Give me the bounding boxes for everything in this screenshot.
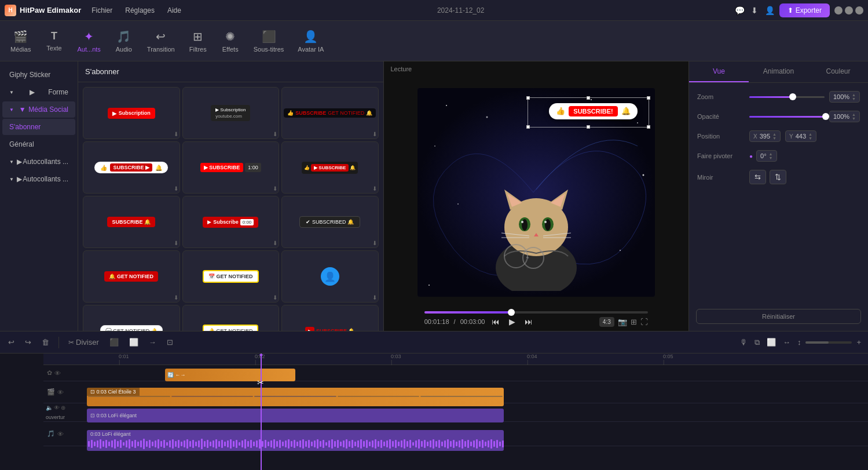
sticker-6-dl[interactable]: ⬇ [372,185,377,192]
sticker-13[interactable]: 💬 GET NOTIFIED 🔔 ⬇ [83,305,180,331]
tl-icon5[interactable]: ↕ [795,336,804,349]
tool-medias[interactable]: 🎬 Médias [5,26,36,56]
user-icon[interactable]: 👤 [764,5,775,16]
tl-icon2[interactable]: ⧉ [752,336,762,349]
sticker-8-dl[interactable]: ⬇ [273,240,277,246]
sticker-1-dl[interactable]: ⬇ [174,131,178,137]
sticker-5[interactable]: ▶ SUBSCRIBE1:00 ⬇ [182,141,280,194]
sticker-9[interactable]: ✔ SUBSCRIBED 🔔 ⬇ [281,196,379,248]
panel-general[interactable]: Général [2,136,75,152]
x-up[interactable]: ▲ [772,132,777,136]
panel-autocollants2[interactable]: ▶ Autocollants ... [2,171,75,187]
minimize-button[interactable]: — [834,6,843,14]
sticker-3-dl[interactable]: ⬇ [372,131,377,137]
forward-button[interactable]: → [145,336,160,349]
fullscreen-button[interactable]: ⛶ [640,318,648,326]
sticker-7[interactable]: SUBSCRIBE 🔔 ⬇ [83,196,180,248]
menu-aide[interactable]: Aide [162,4,187,17]
aspect-ratio-button[interactable]: 4:3 [599,317,614,327]
tool-soustitres[interactable]: ⬛ Sous-titres [248,26,290,56]
sticker-3[interactable]: 👍 SUBSCRIBE GET NOTIFIED 🔔 ⬇ [281,87,379,139]
y-up[interactable]: ▲ [808,132,812,136]
divider-button[interactable]: ✂ Diviser [65,336,102,349]
sticker-11[interactable]: 📅 GET NOTIFIED ⬇ [182,250,280,303]
tab-vue[interactable]: Vue [689,61,749,82]
tool-auto[interactable]: ✦ Aut...nts [71,26,106,56]
sticker-6[interactable]: 👍 ▶ SUBSCRIBE 🔔 ⬇ [281,141,379,194]
sticker-14[interactable]: 🔔 GET NOTIFIED ⬇ [182,305,280,331]
zoom-thumb[interactable] [789,93,796,100]
zoom-down[interactable]: ▼ [852,97,856,101]
rotate-up[interactable]: ▲ [769,152,773,156]
tool-filtres[interactable]: ⊞ Filtres [183,26,213,56]
music-clip[interactable]: 0:03 LoFi élégant [87,430,504,451]
menu-fichier[interactable]: Fichier [86,4,118,17]
tool-effets[interactable]: ✺ Effets [215,26,246,56]
play-button[interactable]: ▶ [507,316,518,327]
sticker-4-dl[interactable]: ⬇ [174,185,178,192]
audio-overlay-clip[interactable]: ⊡ 0:03 LoFi élégant [87,409,504,422]
mirror-horizontal-button[interactable]: ⇆ [749,170,766,184]
sticker-2[interactable]: ▶ Subscriptionyoutube.com ⬇ [182,87,280,139]
y-down[interactable]: ▼ [808,136,812,140]
redo-button[interactable]: ↪ [21,336,35,349]
sticker-8[interactable]: ▶ Subscribe 0:00 ⬇ [182,196,280,248]
sticker-4[interactable]: 👍 SUBSCRIBE ▶ 🔔 ⬇ [83,141,180,194]
sticker-12[interactable]: 👤 ⬇ [281,250,379,303]
tl-icon4[interactable]: ↔ [781,336,793,349]
tl-icon3[interactable]: ⬜ [764,336,778,349]
sticker-15[interactable]: ▶ SUBSCRIBE 🔔 ⬇ [281,305,379,331]
tool-audio[interactable]: 🎵 Audio [109,26,139,56]
split-button[interactable]: ⬜ [126,336,142,349]
zoom-timeline-slider[interactable] [805,341,852,344]
panel-forme[interactable]: ▶ Forme [2,84,75,100]
next-frame-button[interactable]: ⏭ [522,316,535,327]
crop-button[interactable]: ⊞ [631,318,637,326]
sticker-2-dl[interactable]: ⬇ [273,131,277,137]
sticker-5-dl[interactable]: ⬇ [273,185,277,192]
zoom-up[interactable]: ▲ [852,93,856,97]
x-down[interactable]: ▼ [772,136,777,140]
mirror-vertical-button[interactable]: ⇅ [770,170,786,184]
sticker-12-dl[interactable]: ⬇ [372,294,377,301]
close-button[interactable]: ✕ [855,6,863,14]
panel-giphy[interactable]: Giphy Sticker [2,67,75,83]
opacity-up[interactable]: ▲ [852,112,856,116]
zoom-track[interactable] [749,96,825,98]
tool-avatarai[interactable]: 👤 Avatar IA [292,26,329,56]
sticker-7-dl[interactable]: ⬇ [174,240,178,246]
download-icon[interactable]: ⬇ [749,5,760,16]
opacity-thumb[interactable] [822,113,829,120]
opacity-track[interactable] [749,116,825,118]
opacity-down[interactable]: ▼ [852,116,856,121]
sticker-11-dl[interactable]: ⬇ [273,294,277,301]
panel-autocollants1[interactable]: ▶ Autocollants ... [2,154,75,170]
sticker-10-dl[interactable]: ⬇ [174,294,178,301]
tool-transition[interactable]: ↩ Transition [141,26,181,56]
caption-button[interactable]: ⊡ [163,336,177,349]
mic-button[interactable]: 🎙 [738,336,750,349]
sticker-9-dl[interactable]: ⬇ [372,240,377,246]
export-button[interactable]: ⬆ Exporter [779,3,830,17]
sticker-clip[interactable]: 🔄 ←→ [165,369,295,381]
panel-media-social[interactable]: ▼ Média Social [2,101,75,118]
screenshot-button[interactable]: 📷 [618,318,627,326]
sticker-10[interactable]: 🔔 GET NOTIFIED ⬇ [83,250,180,303]
progress-thumb[interactable] [508,309,515,316]
add-track-button[interactable]: + [854,336,863,349]
menu-reglages[interactable]: Réglages [119,4,160,17]
tab-couleur[interactable]: Couleur [808,61,868,82]
prev-frame-button[interactable]: ⏮ [489,316,502,327]
maximize-button[interactable]: □ [845,6,853,14]
tab-animation[interactable]: Animation [749,61,808,82]
rotate-down[interactable]: ▼ [769,156,773,160]
panel-sabonner[interactable]: S'abonner [2,119,75,135]
chat-icon[interactable]: 💬 [734,5,745,16]
progress-bar[interactable] [424,311,648,314]
reset-button[interactable]: Réinitialiser [696,309,861,324]
undo-button[interactable]: ↩ [5,336,18,349]
tool-texte[interactable]: T Texte [39,27,69,55]
sticker-1[interactable]: ▶Subscription ⬇ [83,87,180,139]
mark-in-button[interactable]: ⬛ [106,336,122,349]
delete-button[interactable]: 🗑 [38,336,53,349]
